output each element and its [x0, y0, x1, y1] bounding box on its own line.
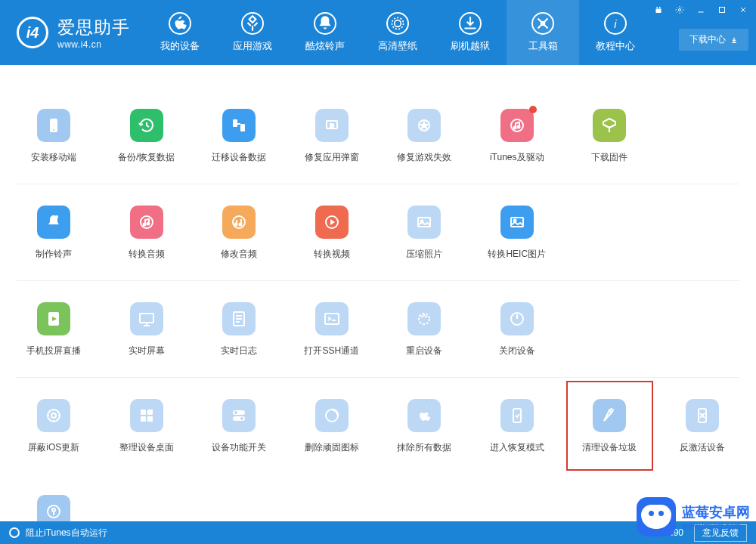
tool-screencast[interactable]: 手机投屏直播 [8, 281, 101, 377]
maximize-button[interactable] [714, 3, 730, 17]
tool-arrange-desktop[interactable]: 整理设备桌面 [101, 378, 194, 474]
tool-shutdown[interactable]: 关闭设备 [471, 281, 564, 377]
tool-firmware[interactable]: 下载固件 [563, 88, 656, 184]
tool-heic[interactable]: 转换HEIC图片 [471, 184, 564, 280]
tool-restart[interactable]: 重启设备 [378, 281, 471, 377]
svg-point-20 [143, 224, 145, 226]
apple-icon [169, 12, 191, 35]
svg-point-43 [51, 413, 56, 418]
svg-point-9 [53, 129, 54, 131]
minimize-button[interactable] [692, 3, 709, 17]
tool-label: 压缩照片 [406, 248, 442, 261]
svg-point-51 [240, 417, 243, 420]
tool-game-fix[interactable]: 修复游戏失效 [378, 88, 471, 184]
tool-label: 抹除所有数据 [397, 441, 451, 454]
svg-rect-29 [511, 218, 523, 227]
brand-subtitle: www.i4.cn [57, 39, 130, 50]
tools-icon [531, 12, 554, 35]
tool-appleid-fix[interactable]: ID修复应用弹窗 [286, 88, 379, 184]
recovery-mode-icon [500, 399, 534, 432]
tool-label: 进入恢复模式 [490, 441, 544, 454]
arrange-desktop-icon [130, 399, 163, 432]
tool-migrate[interactable]: 迁移设备数据 [193, 88, 286, 184]
svg-point-30 [513, 220, 516, 222]
tool-ssh[interactable]: 打开SSH通道 [286, 281, 379, 377]
tool-block-update[interactable]: 屏蔽iOS更新 [8, 378, 101, 474]
tool-realtime-log[interactable]: 实时日志 [193, 281, 286, 377]
close-button[interactable] [735, 3, 751, 17]
toolbox-content: 安装移动端备份/恢复数据迁移设备数据ID修复应用弹窗修复游戏失效iTunes及驱… [0, 65, 756, 521]
tool-feature-toggle[interactable]: 设备功能开关 [193, 378, 286, 474]
tool-audio-edit[interactable]: 修改音频 [193, 184, 286, 280]
svg-rect-44 [141, 410, 146, 415]
svg-rect-11 [240, 124, 245, 131]
tool-label: 修改音频 [221, 248, 257, 261]
restrictions-icon [37, 495, 70, 521]
nav-toolbox[interactable]: 工具箱 [507, 0, 579, 65]
svg-rect-46 [141, 416, 146, 422]
delete-icon-icon [315, 399, 349, 432]
theme-button[interactable] [650, 3, 667, 17]
svg-point-18 [55, 215, 58, 218]
svg-rect-27 [418, 218, 430, 227]
restart-icon [407, 302, 441, 335]
svg-point-2 [541, 22, 544, 25]
svg-point-22 [233, 216, 245, 228]
realtime-log-icon [222, 302, 256, 335]
tool-recovery-mode[interactable]: 进入恢复模式 [471, 378, 564, 474]
tool-delete-icon[interactable]: 删除顽固图标 [286, 378, 379, 474]
tool-compress-photo[interactable]: 压缩照片 [378, 184, 471, 280]
settings-button[interactable] [671, 3, 688, 17]
tool-ringtone[interactable]: 制作铃声 [8, 184, 101, 280]
tool-deactivate[interactable]: 反激活设备 [656, 378, 749, 474]
svg-point-1 [392, 17, 403, 29]
svg-point-15 [511, 119, 523, 131]
tool-label: 制作铃声 [36, 248, 72, 261]
ringtone-icon [37, 206, 70, 239]
nav-tutorials[interactable]: i 教程中心 [579, 0, 652, 65]
shutdown-icon [500, 302, 534, 335]
svg-rect-45 [147, 410, 153, 415]
nav-jailbreak[interactable]: 刷机越狱 [434, 0, 507, 65]
bell-icon [314, 12, 336, 35]
tool-label: 迁移设备数据 [212, 151, 266, 164]
svg-point-24 [240, 224, 242, 226]
tool-label: 屏蔽iOS更新 [28, 441, 79, 454]
download-center-label: 下载中心 [689, 33, 726, 46]
tool-itunes[interactable]: iTunes及驱动 [471, 88, 564, 184]
tool-label: 删除顽固图标 [305, 441, 359, 454]
window-controls [646, 0, 756, 20]
download-center-button[interactable]: 下载中心 [679, 29, 748, 51]
tool-install-mobile[interactable]: 安装移动端 [8, 88, 101, 184]
tool-audio-convert[interactable]: 转换音频 [101, 184, 194, 280]
tool-label: 下载固件 [591, 151, 627, 164]
appleid-fix-icon: ID [315, 109, 349, 142]
tool-label: 清理设备垃圾 [582, 441, 637, 454]
audio-convert-icon [130, 206, 163, 239]
svg-point-49 [234, 411, 237, 414]
nav-ringtones[interactable]: 酷炫铃声 [289, 0, 361, 65]
block-itunes-toggle[interactable] [9, 527, 20, 538]
tool-label: 安装移动端 [31, 151, 76, 164]
firmware-icon [593, 109, 626, 142]
title-bar: i4 爱思助手 www.i4.cn 我的设备 应用游戏 酷炫铃声 高清壁纸 刷机… [0, 0, 756, 65]
nav-my-device[interactable]: 我的设备 [144, 0, 216, 65]
tool-clean-junk[interactable]: 清理设备垃圾 [563, 378, 656, 474]
tool-label: 实时日志 [221, 345, 257, 357]
erase-all-icon [407, 399, 441, 432]
nav-apps[interactable]: 应用游戏 [216, 0, 289, 65]
brand: i4 爱思助手 www.i4.cn [0, 0, 144, 65]
nav-label: 教程中心 [596, 39, 635, 53]
itunes-icon [500, 109, 534, 142]
tool-restrictions[interactable]: 访问限制 [8, 474, 101, 521]
tool-backup[interactable]: 备份/恢复数据 [101, 88, 194, 184]
notification-dot [529, 106, 537, 113]
svg-point-19 [141, 216, 153, 228]
tool-erase-all[interactable]: 抹除所有数据 [378, 378, 471, 474]
watermark-title: 蓝莓安卓网 [682, 503, 750, 521]
tool-video-convert[interactable]: 转换视频 [286, 184, 379, 280]
nav-wallpaper[interactable]: 高清壁纸 [361, 0, 434, 65]
tool-realtime-screen[interactable]: 实时屏幕 [101, 281, 194, 377]
game-fix-icon [407, 109, 441, 142]
tool-label: 修复游戏失效 [397, 151, 451, 164]
